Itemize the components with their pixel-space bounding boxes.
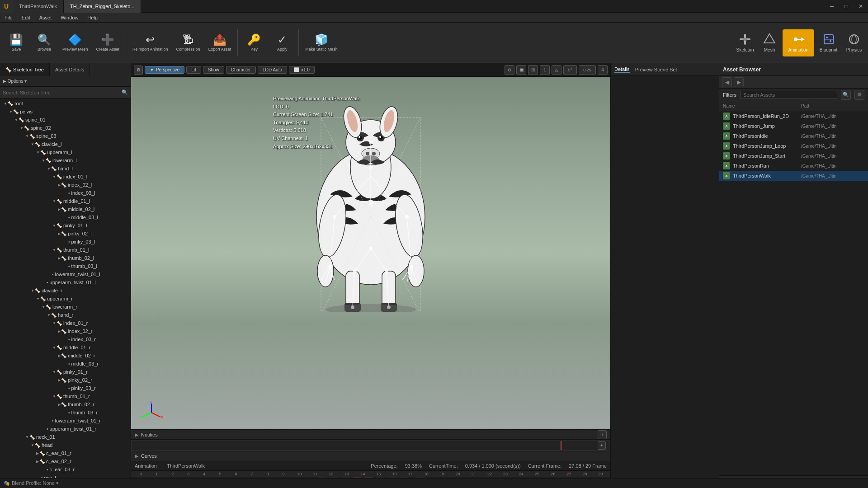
tree-item-upperarm_twist_01_l[interactable]: •upperarm_twist_01_l [0, 278, 131, 286]
save-button[interactable]: 💾 Save [3, 25, 30, 61]
tree-item-neck_01[interactable]: ▼🦴neck_01 [0, 433, 131, 441]
details-tab[interactable]: Details [614, 66, 630, 73]
lod-auto-button[interactable]: LOD Auto [258, 66, 287, 74]
scale-button[interactable]: ⬜ x1.0 [289, 66, 315, 74]
tree-item-c_ear_03_r[interactable]: •c_ear_03_r [0, 465, 131, 474]
tree-item-thumb_01_l[interactable]: ▼🦴thumb_01_l [0, 246, 131, 254]
animation-mode-button[interactable]: Animation [783, 29, 814, 56]
tree-item-head[interactable]: ▼🦴head [0, 441, 131, 449]
tree-item-lowerarm_l[interactable]: ▼🦴lowerarm_l [0, 156, 131, 164]
viewport-canvas[interactable]: Previewing Animation ThirdPersonWalk LOD… [131, 77, 610, 429]
tree-item-thumb_03_r[interactable]: •thumb_03_r [0, 408, 131, 417]
search-input[interactable] [3, 90, 122, 95]
asset-details-tab[interactable]: Asset Details [50, 63, 90, 76]
preview-mesh-button[interactable]: 🔷 Preview Mesh [59, 25, 92, 61]
menu-window[interactable]: Window [56, 13, 83, 23]
title-tab-2[interactable]: TH_Zebra_Rigged_Skeleto... [64, 0, 141, 13]
show-button[interactable]: Show [203, 66, 224, 74]
tree-item-thumb_02_l[interactable]: ▶🦴thumb_02_l [0, 254, 131, 262]
tree-item-middle_01_l[interactable]: ▼🦴middle_01_l [0, 197, 131, 205]
perspective-button[interactable]: ▼ Perspective [145, 66, 184, 74]
character-button[interactable]: Character [226, 66, 256, 74]
viewport-control-8[interactable]: 4 [598, 65, 608, 75]
export-asset-button[interactable]: 📤 Export Asset [205, 25, 235, 61]
tree-item-clavicle_r[interactable]: ▼🦴clavicle_r [0, 286, 131, 295]
viewport-control-3[interactable]: ⊞ [528, 65, 538, 75]
browse-button[interactable]: 🔍 Browse [31, 25, 58, 61]
notifies-bar[interactable]: ▶ Notifies + [131, 430, 610, 440]
tree-item-thumb_01_r[interactable]: ▼🦴thumb_01_r [0, 392, 131, 400]
ab-back-button[interactable]: ◀ [722, 77, 732, 87]
menu-edit[interactable]: Edit [17, 13, 35, 23]
tree-item-index_01_l[interactable]: ▼🦴index_01_l [0, 173, 131, 181]
timeline-track[interactable]: + [131, 440, 610, 451]
key-button[interactable]: 🔑 Key [241, 25, 268, 61]
curves-bar[interactable]: ▶ Curves [131, 451, 610, 461]
apply-button[interactable]: ✓ Apply [269, 25, 296, 61]
viewport-settings-button[interactable]: ⚙ [134, 66, 143, 75]
tree-item-lowerarm_twist_01_l[interactable]: •lowerarm_twist_01_l [0, 270, 131, 278]
asset-browser-search[interactable] [740, 91, 837, 99]
tree-item-pelvis[interactable]: ▼🦴pelvis [0, 108, 131, 116]
viewport-control-4[interactable]: 1 [540, 65, 550, 75]
tree-item-clavicle_l[interactable]: ▼🦴clavicle_l [0, 140, 131, 148]
blend-profile-button[interactable]: 🎭 Blend Profile: None ▾ [4, 480, 59, 486]
menu-file[interactable]: File [0, 13, 17, 23]
viewport-control-5[interactable]: △ [552, 65, 561, 75]
menu-asset[interactable]: Asset [35, 13, 57, 23]
tree-item-pinky_01_r[interactable]: ▼🦴pinky_01_r [0, 368, 131, 376]
maximize-button[interactable]: □ [839, 0, 854, 13]
viewport-control-1[interactable]: ⊙ [505, 65, 514, 75]
tree-item-hand_r[interactable]: ▼🦴hand_r [0, 311, 131, 319]
tree-item-spine_02[interactable]: ▼🦴spine_02 [0, 124, 131, 132]
physics-mode-button[interactable]: Physics [843, 29, 865, 56]
tree-item-pinky_03_l[interactable]: •pinky_03_l [0, 238, 131, 246]
tree-item-middle_03_l[interactable]: •middle_03_l [0, 213, 131, 221]
ab-search-button[interactable]: 🔍 [841, 90, 851, 100]
preview-scene-set-tab[interactable]: Preview Scene Set [635, 67, 677, 72]
mesh-mode-button[interactable]: Mesh [758, 29, 781, 56]
tree-item-pinky_01_l[interactable]: ▼🦴pinky_01_l [0, 221, 131, 230]
title-tab-1[interactable]: ThirdPersonWalk [13, 0, 64, 13]
tree-item-middle_02_l[interactable]: ▶🦴middle_02_l [0, 205, 131, 213]
viewport-control-6[interactable]: 5° [563, 65, 577, 75]
blueprint-mode-button[interactable]: Blueprint [816, 29, 841, 56]
viewport-control-2[interactable]: ▣ [516, 65, 526, 75]
create-asset-button[interactable]: ➕ Create Asset [93, 25, 123, 61]
tree-item-middle_03_r[interactable]: •middle_03_r [0, 360, 131, 368]
tree-item-pinky_02_l[interactable]: ▶🦴pinky_02_l [0, 230, 131, 238]
tree-item-lowerarm_r[interactable]: ▼🦴lowerarm_r [0, 303, 131, 311]
asset-row-3[interactable]: A ThirdPersonJump_Loop /Game/THA_Ultin [719, 141, 868, 151]
tree-item-pinky_02_r[interactable]: ▶🦴pinky_02_r [0, 376, 131, 384]
compression-button[interactable]: 🗜 Compression [173, 25, 204, 61]
timeline-add-button[interactable]: + [598, 441, 606, 450]
tree-item-upperarm_r[interactable]: ▼🦴upperarm_r [0, 295, 131, 303]
lit-button[interactable]: Lit [186, 66, 201, 74]
asset-row-2[interactable]: A ThirdPersonIdle /Game/THA_Ultin [719, 131, 868, 141]
tree-item-spine_01[interactable]: ▼🦴spine_01 [0, 116, 131, 124]
tree-item-c_ear_01_r[interactable]: ▶🦴c_ear_01_r [0, 449, 131, 457]
menu-help[interactable]: Help [83, 13, 102, 23]
tree-item-index_03_r[interactable]: •index_03_r [0, 335, 131, 343]
tree-item-index_02_l[interactable]: ▶🦴index_02_l [0, 181, 131, 189]
minimize-button[interactable]: ─ [825, 0, 839, 13]
close-button[interactable]: ✕ [854, 0, 868, 13]
ab-filter-button[interactable]: ⚙ [854, 90, 864, 100]
tree-item-hand_l[interactable]: ▼🦴hand_l [0, 164, 131, 173]
options-bar[interactable]: ▶ Options ▾ [0, 76, 131, 87]
make-static-mesh-button[interactable]: 🧊 Make Static Mesh [302, 25, 341, 61]
reimport-button[interactable]: ↩ Reimport Animation [129, 25, 172, 61]
skeleton-tree-tab[interactable]: 🦴 Skeleton Tree [0, 63, 50, 76]
tree-item-spine_03[interactable]: ▼🦴spine_03 [0, 132, 131, 140]
tree-item-lowerarm_twist_01_r[interactable]: •lowerarm_twist_01_r [0, 417, 131, 425]
notifies-add-button[interactable]: + [598, 430, 607, 439]
viewport-control-7[interactable]: 0.25 [579, 65, 596, 75]
tree-item-pinky_03_r[interactable]: •pinky_03_r [0, 384, 131, 392]
tree-item-index_02_r[interactable]: ▶🦴index_02_r [0, 327, 131, 335]
tree-item-upperarm_twist_01_r[interactable]: •upperarm_twist_01_r [0, 425, 131, 433]
asset-row-1[interactable]: A ThirdPerson_Jump /Game/THA_Ultin [719, 121, 868, 131]
tree-item-root[interactable]: ▼🦴root [0, 99, 131, 108]
tree-item-middle_01_r[interactable]: ▼🦴middle_01_r [0, 343, 131, 352]
ab-forward-button[interactable]: ▶ [734, 77, 744, 87]
asset-row-4[interactable]: A ThirdPersonJump_Start /Game/THA_Ultin [719, 151, 868, 161]
